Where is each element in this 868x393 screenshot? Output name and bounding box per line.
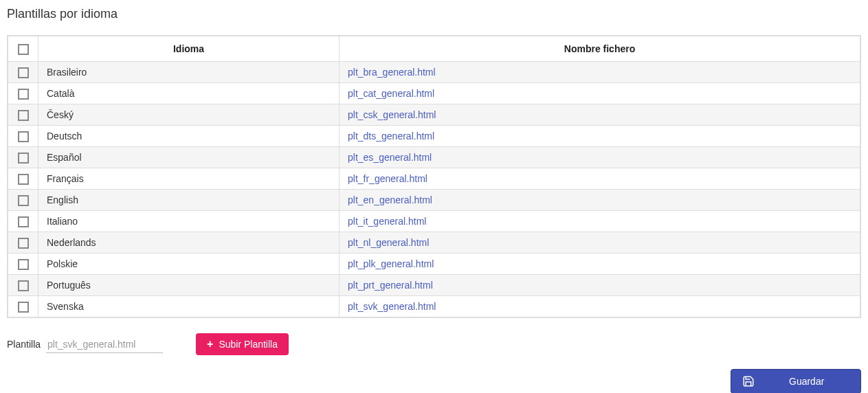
row-checkbox[interactable] (18, 174, 29, 185)
templates-table: Idioma Nombre fichero Brasileiroplt_bra_… (7, 35, 861, 318)
row-checkbox-cell (8, 275, 38, 296)
table-row: Svenskaplt_svk_general.html (8, 296, 860, 317)
save-button[interactable]: Guardar (731, 369, 861, 393)
row-checkbox-cell (8, 147, 38, 168)
cell-fichero: plt_es_general.html (340, 147, 860, 168)
cell-idioma: Français (38, 168, 340, 190)
row-checkbox[interactable] (18, 238, 29, 249)
cell-idioma: Svenska (38, 296, 340, 317)
row-checkbox[interactable] (18, 110, 29, 121)
cell-fichero: plt_bra_general.html (340, 62, 860, 83)
cell-idioma: English (38, 190, 340, 211)
file-link[interactable]: plt_plk_general.html (348, 258, 434, 269)
cell-idioma: Español (38, 147, 340, 168)
cell-fichero: plt_prt_general.html (340, 275, 860, 296)
table-row: Françaisplt_fr_general.html (8, 168, 860, 190)
row-checkbox[interactable] (18, 89, 29, 100)
row-checkbox-cell (8, 296, 38, 317)
table-row: Italianoplt_it_general.html (8, 211, 860, 232)
header-idioma: Idioma (38, 36, 340, 62)
cell-fichero: plt_svk_general.html (340, 296, 860, 317)
table-row: Portuguêsplt_prt_general.html (8, 275, 860, 296)
row-checkbox-cell (8, 168, 38, 190)
row-checkbox[interactable] (18, 259, 29, 270)
upload-button-label: Subir Plantilla (219, 339, 278, 350)
table-row: Deutschplt_dts_general.html (8, 126, 860, 147)
file-link[interactable]: plt_nl_general.html (348, 237, 429, 248)
cell-idioma: Nederlands (38, 232, 340, 254)
upload-bar: Plantilla + Subir Plantilla (7, 333, 861, 355)
row-checkbox[interactable] (18, 67, 29, 78)
cell-idioma: Český (38, 104, 340, 126)
page-title: Plantillas por idioma (7, 7, 861, 21)
row-checkbox[interactable] (18, 216, 29, 227)
row-checkbox[interactable] (18, 302, 29, 313)
table-row: Českýplt_csk_general.html (8, 104, 860, 126)
cell-idioma: Deutsch (38, 126, 340, 147)
cell-idioma: Català (38, 83, 340, 104)
file-link[interactable]: plt_csk_general.html (348, 109, 436, 120)
row-checkbox[interactable] (18, 131, 29, 142)
file-link[interactable]: plt_it_general.html (348, 216, 426, 227)
plantilla-field[interactable] (46, 336, 163, 353)
row-checkbox[interactable] (18, 153, 29, 164)
file-link[interactable]: plt_es_general.html (348, 152, 432, 163)
file-link[interactable]: plt_dts_general.html (348, 131, 434, 142)
row-checkbox-cell (8, 83, 38, 104)
cell-idioma: Italiano (38, 211, 340, 232)
table-row: Nederlandsplt_nl_general.html (8, 232, 860, 254)
file-link[interactable]: plt_prt_general.html (348, 280, 433, 291)
cell-fichero: plt_en_general.html (340, 190, 860, 211)
upload-template-button[interactable]: + Subir Plantilla (196, 333, 289, 355)
file-link[interactable]: plt_bra_general.html (348, 67, 436, 78)
header-fichero: Nombre fichero (340, 36, 860, 62)
plantilla-label: Plantilla (7, 339, 41, 350)
row-checkbox[interactable] (18, 280, 29, 291)
save-icon (742, 375, 755, 388)
row-checkbox-cell (8, 62, 38, 83)
cell-idioma: Português (38, 275, 340, 296)
header-checkbox-cell (8, 36, 38, 62)
cell-fichero: plt_cat_general.html (340, 83, 860, 104)
table-row: Polskieplt_plk_general.html (8, 254, 860, 275)
cell-fichero: plt_plk_general.html (340, 254, 860, 275)
row-checkbox[interactable] (18, 195, 29, 206)
file-link[interactable]: plt_en_general.html (348, 194, 432, 205)
table-row: Catalàplt_cat_general.html (8, 83, 860, 104)
cell-fichero: plt_nl_general.html (340, 232, 860, 254)
table-row: Brasileiroplt_bra_general.html (8, 62, 860, 83)
table-row: Españolplt_es_general.html (8, 147, 860, 168)
file-link[interactable]: plt_fr_general.html (348, 173, 427, 184)
row-checkbox-cell (8, 190, 38, 211)
row-checkbox-cell (8, 232, 38, 254)
row-checkbox-cell (8, 126, 38, 147)
row-checkbox-cell (8, 211, 38, 232)
row-checkbox-cell (8, 104, 38, 126)
cell-fichero: plt_fr_general.html (340, 168, 860, 190)
table-row: Englishplt_en_general.html (8, 190, 860, 211)
cell-fichero: plt_csk_general.html (340, 104, 860, 126)
plus-icon: + (207, 339, 213, 350)
cell-fichero: plt_dts_general.html (340, 126, 860, 147)
cell-idioma: Polskie (38, 254, 340, 275)
cell-idioma: Brasileiro (38, 62, 340, 83)
save-button-label: Guardar (789, 376, 824, 387)
file-link[interactable]: plt_svk_general.html (348, 301, 436, 312)
cell-fichero: plt_it_general.html (340, 211, 860, 232)
file-link[interactable]: plt_cat_general.html (348, 88, 434, 99)
row-checkbox-cell (8, 254, 38, 275)
select-all-checkbox[interactable] (18, 44, 29, 55)
